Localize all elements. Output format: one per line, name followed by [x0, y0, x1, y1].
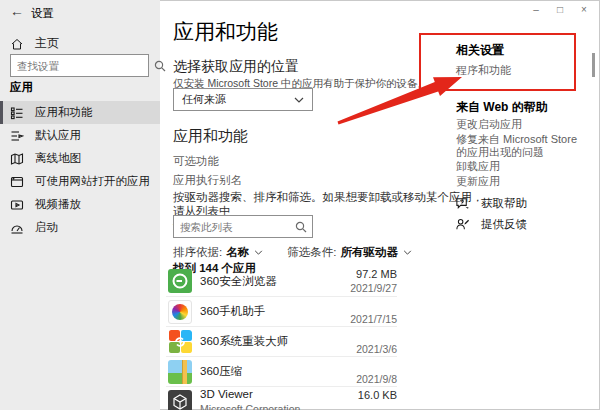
- back-arrow-icon[interactable]: ←: [10, 3, 24, 19]
- close-button[interactable]: ×: [572, 2, 596, 18]
- sidebar-item-label: 可使用网站打开的应用: [35, 174, 150, 189]
- give-feedback-button[interactable]: 提供反馈: [455, 217, 527, 232]
- startup-icon: [10, 221, 24, 235]
- chevron-down-icon: [254, 250, 263, 255]
- sidebar-item-default-apps[interactable]: 默认应用: [0, 124, 160, 147]
- list-search-input[interactable]: [174, 221, 293, 233]
- sidebar-item-label: 离线地图: [35, 151, 81, 166]
- apps-features-icon: [10, 106, 24, 120]
- 360-system-reinstall-icon: [168, 330, 192, 354]
- minimize-button[interactable]: –: [524, 2, 548, 18]
- maximize-button[interactable]: □: [548, 2, 572, 18]
- app-name: 360系统重装大师: [200, 334, 288, 349]
- app-name: 360手机助手: [200, 304, 265, 319]
- app-row-360-zip[interactable]: 360压缩 2021/9/8: [166, 356, 397, 386]
- sidebar-item-startup[interactable]: 启动: [0, 216, 160, 239]
- web-help-heading: 来自 Web 的帮助: [456, 99, 548, 116]
- app-date: 2021/7/15: [350, 313, 397, 325]
- 360-safe-browser-icon: [168, 269, 192, 293]
- app-source-value: 任何来源: [182, 92, 294, 107]
- video-playback-icon: [10, 198, 24, 212]
- filter-by-value: 所有驱动器: [340, 245, 398, 260]
- app-size: 97.2 MB: [356, 268, 397, 281]
- give-feedback-label: 提供反馈: [481, 217, 527, 232]
- update-apps-link[interactable]: 更新应用: [456, 175, 582, 188]
- settings-window: ← 设置 – □ × 主页 应用 应用和功能 默认应用 离线地图 可使用网站打开…: [0, 0, 600, 410]
- sidebar-item-video-playback[interactable]: 视频播放: [0, 193, 160, 216]
- sidebar-item-home[interactable]: 主页: [0, 32, 160, 55]
- get-help-button[interactable]: 获取帮助: [455, 196, 527, 211]
- app-row-3d-viewer[interactable]: 3D Viewer Microsoft Corporation 16.0 KB: [166, 386, 397, 410]
- search-icon: [152, 58, 168, 74]
- window-controls: – □ ×: [524, 2, 596, 18]
- sort-filter-row: 排序依据: 名称 筛选条件: 所有驱动器: [173, 245, 412, 260]
- scrollbar-thumb[interactable]: [592, 53, 595, 77]
- sort-by-label: 排序依据:: [173, 245, 222, 260]
- home-icon: [10, 37, 24, 51]
- app-name: 360安全浏览器: [200, 274, 277, 289]
- sort-by-dropdown[interactable]: 名称: [222, 245, 263, 260]
- filter-by-dropdown[interactable]: 所有驱动器: [336, 245, 412, 260]
- sidebar-home-label: 主页: [35, 35, 59, 52]
- app-execution-aliases-link[interactable]: 应用执行别名: [173, 173, 242, 188]
- app-name: 360压缩: [200, 364, 242, 379]
- sidebar-nav: 应用和功能 默认应用 离线地图 可使用网站打开的应用 视频播放 启动: [0, 101, 160, 239]
- choose-apps-heading: 选择获取应用的位置: [173, 58, 299, 76]
- sidebar-item-apps-features[interactable]: 应用和功能: [0, 101, 160, 124]
- sidebar-item-offline-maps[interactable]: 离线地图: [0, 147, 160, 170]
- sidebar-item-label: 默认应用: [35, 128, 81, 143]
- chevron-down-icon: [294, 97, 304, 103]
- page-title: 应用和功能: [173, 18, 278, 46]
- app-date: 2021/3/6: [356, 343, 397, 355]
- get-help-icon: [455, 196, 470, 211]
- app-date: 2021/9/8: [356, 373, 397, 385]
- 360-phone-assistant-icon: [168, 300, 192, 324]
- optional-features-link[interactable]: 可选功能: [173, 154, 219, 169]
- sidebar-item-apps-for-websites[interactable]: 可使用网站打开的应用: [0, 170, 160, 193]
- selected-accent-bar: [0, 101, 3, 124]
- list-description-line1: 按驱动器搜索、排序和筛选。如果想要卸载或移动某个应用，请从列表中: [173, 190, 489, 218]
- sidebar-item-label: 启动: [35, 220, 58, 235]
- offline-maps-icon: [10, 152, 24, 166]
- settings-search-input[interactable]: [11, 60, 152, 72]
- 360-zip-icon: [168, 360, 192, 384]
- app-source-dropdown[interactable]: 任何来源: [173, 88, 313, 111]
- app-publisher: Microsoft Corporation: [200, 403, 300, 410]
- sort-by-value: 名称: [226, 245, 249, 260]
- app-row-360-browser[interactable]: 360安全浏览器 97.2 MB 2021/9/27: [166, 266, 397, 296]
- app-name: 3D Viewer: [200, 388, 300, 400]
- apps-features-section-heading: 应用和功能: [173, 127, 248, 146]
- apps-for-websites-icon: [10, 175, 24, 189]
- 3d-viewer-icon: [168, 390, 192, 410]
- app-date: 2021/9/27: [350, 282, 397, 294]
- app-size: 16.0 KB: [358, 389, 397, 402]
- chevron-down-icon: [403, 250, 412, 255]
- default-apps-icon: [10, 129, 24, 143]
- app-row-360-phone-assistant[interactable]: 360手机助手 2021/7/15: [166, 296, 397, 326]
- feedback-icon: [455, 217, 470, 232]
- fix-store-apps-link[interactable]: 修复来自 Microsoft Store 的应用出现的问题: [456, 133, 582, 159]
- filter-by-label: 筛选条件:: [287, 245, 336, 260]
- sidebar-section-apps: 应用: [10, 80, 33, 95]
- window-title: 设置: [31, 6, 54, 21]
- change-startup-apps-link[interactable]: 更改启动应用: [456, 118, 582, 131]
- uninstall-apps-link[interactable]: 卸载应用: [456, 160, 582, 173]
- list-search-box: [173, 215, 313, 238]
- app-row-360-system-reinstall[interactable]: 360系统重装大师 2021/3/6: [166, 326, 397, 356]
- settings-search-box: [10, 54, 149, 77]
- get-help-label: 获取帮助: [481, 196, 527, 211]
- annotation-highlight-box: [419, 33, 576, 91]
- search-icon: [293, 219, 309, 235]
- sidebar-item-label: 应用和功能: [35, 105, 93, 120]
- sidebar-item-label: 视频播放: [35, 197, 81, 212]
